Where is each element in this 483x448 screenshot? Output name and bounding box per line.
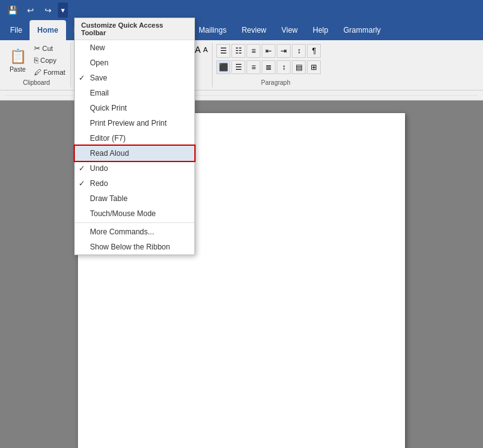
menu-item-new[interactable]: New bbox=[75, 40, 194, 55]
clipboard-group-content: 📋 Paste ✂ Cut ⎘ Copy 🖊 Format bbox=[5, 43, 68, 78]
redo-button[interactable]: ↪ bbox=[40, 3, 55, 18]
paragraph-top-row: ☰ ☷ ≡ ⇤ ⇥ ↕ ¶ bbox=[216, 44, 321, 58]
copy-icon: ⎘ bbox=[34, 56, 38, 65]
menu-item-draw-table[interactable]: Draw Table bbox=[75, 191, 194, 206]
align-right-button[interactable]: ≡ bbox=[247, 60, 260, 74]
tab-file[interactable]: File bbox=[3, 20, 30, 40]
undo-checkmark: ✓ bbox=[79, 164, 85, 173]
paste-button[interactable]: 📋 Paste bbox=[5, 44, 30, 77]
show-formatting-button[interactable]: ¶ bbox=[307, 44, 321, 58]
menu-item-email-label: Email bbox=[90, 89, 109, 97]
ruler bbox=[0, 90, 483, 101]
paragraph-group-label: Paragraph bbox=[215, 78, 336, 87]
menu-item-email[interactable]: Email bbox=[75, 85, 194, 101]
cut-icon: ✂ bbox=[34, 44, 40, 53]
menu-item-editor[interactable]: Editor (F7) bbox=[75, 131, 194, 146]
redo-checkmark: ✓ bbox=[79, 179, 85, 188]
tab-help[interactable]: Help bbox=[305, 20, 336, 40]
sort-button[interactable]: ↕ bbox=[292, 44, 306, 58]
tab-grammarly[interactable]: Grammarly bbox=[336, 20, 388, 40]
dropdown-arrow-icon: ▼ bbox=[60, 7, 66, 14]
clipboard-secondary: ✂ Cut ⎘ Copy 🖊 Format bbox=[31, 43, 68, 78]
customize-qa-dropdown-button[interactable]: ▼ bbox=[58, 3, 68, 18]
save-checkmark: ✓ bbox=[79, 74, 85, 82]
ribbon-bar: 📋 Paste ✂ Cut ⎘ Copy 🖊 Format Clipboard bbox=[0, 40, 483, 90]
copy-button[interactable]: ⎘ Copy bbox=[31, 55, 68, 66]
tab-review[interactable]: Review bbox=[234, 20, 274, 40]
menu-item-read-aloud[interactable]: Read Aloud bbox=[75, 146, 194, 161]
paragraph-group: ☰ ☷ ≡ ⇤ ⇥ ↕ ¶ ⬛ ☰ ≡ ≣ ↕ ▤ ⊞ Paragraph bbox=[213, 43, 338, 87]
tab-mailings[interactable]: Mailings bbox=[191, 20, 234, 40]
tab-view[interactable]: View bbox=[274, 20, 305, 40]
menu-item-undo[interactable]: ✓ Undo bbox=[75, 161, 194, 176]
borders-button[interactable]: ⊞ bbox=[307, 60, 321, 74]
menu-item-quick-print-label: Quick Print bbox=[90, 104, 127, 112]
menu-item-new-label: New bbox=[90, 43, 105, 52]
menu-item-more-commands[interactable]: More Commands... bbox=[75, 224, 194, 239]
document-area: + bbox=[0, 101, 483, 448]
undo-icon: ↩ bbox=[27, 6, 34, 15]
increase-indent-button[interactable]: ⇥ bbox=[277, 44, 291, 58]
clipboard-group: 📋 Paste ✂ Cut ⎘ Copy 🖊 Format Clipboard bbox=[3, 43, 71, 87]
title-bar: 💾 ↩ ↪ ▼ bbox=[0, 0, 483, 20]
menu-item-draw-table-label: Draw Table bbox=[90, 194, 128, 203]
format-painter-icon: 🖊 bbox=[34, 68, 42, 77]
menu-item-open-label: Open bbox=[90, 58, 108, 67]
align-center-button[interactable]: ☰ bbox=[231, 60, 245, 74]
clipboard-label: Clipboard bbox=[5, 78, 68, 87]
align-left-button[interactable]: ⬛ bbox=[216, 60, 230, 74]
paste-icon: 📋 bbox=[9, 48, 26, 65]
multilevel-list-button[interactable]: ≡ bbox=[247, 44, 260, 58]
quick-access-toolbar: 💾 ↩ ↪ ▼ bbox=[5, 3, 68, 18]
bullets-button[interactable]: ☰ bbox=[216, 44, 230, 58]
menu-item-more-commands-label: More Commands... bbox=[90, 227, 154, 236]
undo-button[interactable]: ↩ bbox=[23, 3, 38, 18]
save-icon: 💾 bbox=[8, 6, 18, 15]
decrease-font-button[interactable]: A bbox=[203, 46, 208, 53]
line-spacing-button[interactable]: ↕ bbox=[277, 60, 291, 74]
redo-icon: ↪ bbox=[45, 6, 52, 15]
menu-item-save-label: Save bbox=[90, 74, 107, 82]
menu-item-print-preview[interactable]: Print Preview and Print bbox=[75, 116, 194, 131]
ribbon-tab-bar: File Home Insert Layout References Maili… bbox=[0, 20, 483, 40]
menu-item-show-below-label: Show Below the Ribbon bbox=[90, 243, 170, 251]
menu-item-undo-label: Undo bbox=[90, 164, 108, 173]
save-button[interactable]: 💾 bbox=[5, 3, 20, 18]
tab-home[interactable]: Home bbox=[30, 20, 65, 40]
paragraph-group-content: ☰ ☷ ≡ ⇤ ⇥ ↕ ¶ ⬛ ☰ ≡ ≣ ↕ ▤ ⊞ bbox=[215, 43, 336, 78]
justify-button[interactable]: ≣ bbox=[262, 60, 275, 74]
format-painter-button[interactable]: 🖊 Format bbox=[31, 67, 68, 78]
menu-item-read-aloud-label: Read Aloud bbox=[90, 149, 129, 158]
menu-item-touch-mouse[interactable]: Touch/Mouse Mode bbox=[75, 206, 194, 221]
menu-item-redo[interactable]: ✓ Redo bbox=[75, 176, 194, 191]
cut-button[interactable]: ✂ Cut bbox=[31, 43, 68, 54]
menu-item-editor-label: Editor (F7) bbox=[90, 134, 126, 143]
menu-item-print-preview-label: Print Preview and Print bbox=[90, 119, 167, 128]
customize-qa-menu[interactable]: Customize Quick Access Toolbar New Open … bbox=[74, 18, 195, 255]
menu-item-quick-print[interactable]: Quick Print bbox=[75, 101, 194, 116]
paragraph-bottom-row: ⬛ ☰ ≡ ≣ ↕ ▤ ⊞ bbox=[216, 60, 321, 74]
menu-item-open[interactable]: Open bbox=[75, 55, 194, 70]
increase-font-button[interactable]: A bbox=[195, 45, 201, 55]
decrease-indent-button[interactable]: ⇤ bbox=[262, 44, 275, 58]
menu-item-show-below[interactable]: Show Below the Ribbon bbox=[75, 239, 194, 254]
menu-item-save[interactable]: ✓ Save bbox=[75, 70, 194, 85]
menu-item-touch-mouse-label: Touch/Mouse Mode bbox=[90, 209, 156, 218]
menu-item-redo-label: Redo bbox=[90, 179, 108, 188]
numbering-button[interactable]: ☷ bbox=[231, 44, 245, 58]
shading-button[interactable]: ▤ bbox=[292, 60, 306, 74]
menu-title: Customize Quick Access Toolbar bbox=[75, 18, 194, 40]
menu-separator bbox=[75, 222, 194, 223]
